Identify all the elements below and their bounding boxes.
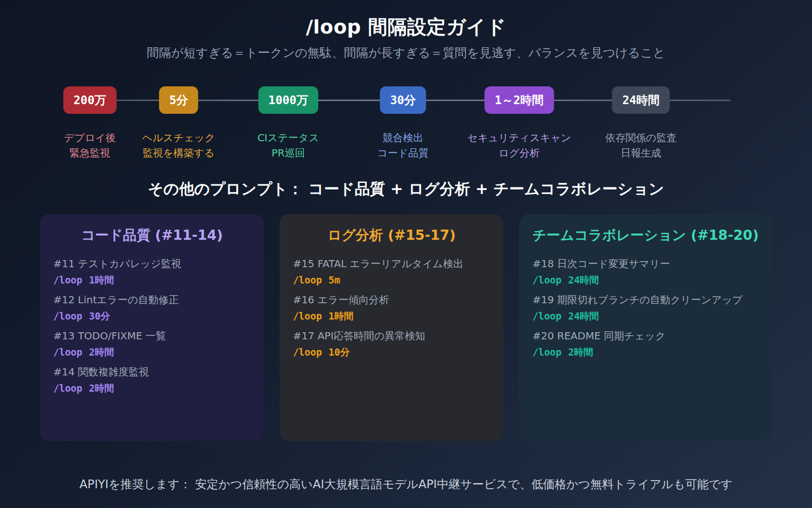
loop-setting: /loop2時間: [53, 346, 251, 358]
interval-timeline: 200万 デプロイ後 緊急監視 5分 ヘルスチェック 監視を構築する 1000万…: [0, 86, 812, 163]
interval-badge: 200万: [63, 86, 117, 114]
section-title: その他のプロンプト： コード品質 + ログ分析 + チームコラボレーション: [0, 179, 812, 199]
prompt-item: #11 テストカバレッジ監視 /loop1時間: [53, 257, 251, 286]
stop-label-line1: デプロイ後: [63, 130, 117, 145]
stop-label-line1: 依存関係の監査: [605, 130, 676, 145]
prompt-item: #18 日次コード変更サマリー /loop24時間: [532, 257, 759, 286]
loop-setting: /loop30分: [53, 310, 251, 322]
card-log-analysis: ログ分析 (#15-17) #15 FATAL エラーリアルタイム検出 /loo…: [280, 214, 503, 441]
loop-command: /loop: [293, 346, 322, 358]
timeline-stop-conflict: 30分 競合検出 コード品質: [378, 86, 429, 161]
stop-label-line1: ヘルスチェック: [142, 130, 215, 145]
timeline-stop-security: 1～2時間 セキュリティスキャン ログ分析: [467, 86, 571, 161]
loop-interval: 1時間: [89, 274, 114, 285]
card-title: チームコラボレーション (#18-20): [532, 227, 759, 244]
stop-labels: デプロイ後 緊急監視: [63, 130, 117, 161]
loop-command: /loop: [53, 383, 82, 394]
prompt-name: #14 関数複雑度監視: [53, 365, 251, 378]
stop-label-line2: PR巡回: [257, 145, 319, 161]
prompt-name: #17 API応答時間の異常検知: [293, 329, 490, 342]
interval-badge: 5分: [159, 86, 198, 114]
stop-label-line2: 監視を構築する: [142, 145, 215, 161]
prompt-item: #16 エラー傾向分析 /loop1時間: [293, 293, 490, 322]
prompt-item: #15 FATAL エラーリアルタイム検出 /loop5m: [293, 257, 490, 286]
loop-command: /loop: [532, 274, 561, 285]
prompt-item: #14 関数複雑度監視 /loop2時間: [53, 365, 251, 394]
loop-interval: 30分: [89, 310, 110, 322]
interval-badge: 30分: [380, 86, 426, 114]
stop-label-line2: 緊急監視: [63, 145, 117, 161]
loop-interval: 2時間: [568, 346, 593, 358]
prompt-item: #12 Lintエラーの自動修正 /loop30分: [53, 293, 251, 322]
loop-command: /loop: [53, 346, 82, 358]
prompt-item: #13 TODO/FIXME 一覧 /loop2時間: [53, 329, 251, 358]
stop-label-line1: 競合検出: [378, 130, 429, 145]
prompt-name: #15 FATAL エラーリアルタイム検出: [293, 257, 490, 270]
stop-label-line1: CIステータス: [257, 130, 319, 145]
prompt-name: #16 エラー傾向分析: [293, 293, 490, 306]
footer-note: APIYIを推奨します： 安定かつ信頼性の高いAI大規模言語モデルAPI中継サー…: [0, 477, 812, 492]
loop-setting: /loop1時間: [53, 274, 251, 286]
interval-badge: 1～2時間: [485, 86, 554, 114]
prompt-name: #19 期限切れブランチの自動クリーンアップ: [532, 293, 759, 306]
loop-interval-guide: /loop 間隔設定ガイド 間隔が短すぎる＝トークンの無駄、間隔が長すぎる＝質問…: [0, 0, 812, 508]
loop-command: /loop: [532, 310, 561, 322]
loop-setting: /loop10分: [293, 346, 490, 358]
page-title: /loop 間隔設定ガイド: [0, 15, 812, 39]
loop-setting: /loop5m: [293, 274, 490, 286]
interval-badge: 24時間: [612, 86, 670, 114]
loop-command: /loop: [293, 310, 322, 322]
timeline-stop-ci-status: 1000万 CIステータス PR巡回: [257, 86, 319, 161]
stop-label-line1: セキュリティスキャン: [467, 130, 571, 145]
loop-command: /loop: [53, 310, 82, 322]
loop-command: /loop: [293, 274, 322, 285]
timeline-stop-healthcheck: 5分 ヘルスチェック 監視を構築する: [142, 86, 215, 161]
loop-setting: /loop24時間: [532, 310, 759, 322]
timeline-stop-deploy: 200万 デプロイ後 緊急監視: [63, 86, 117, 161]
stop-label-line2: ログ分析: [467, 145, 571, 161]
stop-labels: CIステータス PR巡回: [257, 130, 319, 161]
loop-interval: 2時間: [89, 383, 114, 394]
stop-labels: セキュリティスキャン ログ分析: [467, 130, 571, 161]
prompt-name: #12 Lintエラーの自動修正: [53, 293, 251, 306]
stop-labels: 依存関係の監査 日報生成: [605, 130, 676, 161]
stop-labels: 競合検出 コード品質: [378, 130, 429, 161]
loop-interval: 10分: [328, 346, 350, 358]
loop-setting: /loop24時間: [532, 274, 759, 286]
loop-interval: 2時間: [89, 346, 114, 358]
prompt-item: #17 API応答時間の異常検知 /loop10分: [293, 329, 490, 358]
stop-label-line2: 日報生成: [605, 145, 676, 161]
loop-setting: /loop2時間: [532, 346, 759, 358]
prompt-name: #20 README 同期チェック: [532, 329, 759, 342]
card-title: コード品質 (#11-14): [53, 227, 251, 244]
prompt-cards: コード品質 (#11-14) #11 テストカバレッジ監視 /loop1時間 #…: [40, 214, 772, 441]
loop-interval: 5m: [328, 274, 340, 285]
timeline-stop-daily: 24時間 依存関係の監査 日報生成: [605, 86, 676, 161]
loop-interval: 24時間: [568, 310, 599, 322]
loop-setting: /loop1時間: [293, 310, 490, 322]
stop-label-line2: コード品質: [378, 145, 429, 161]
card-code-quality: コード品質 (#11-14) #11 テストカバレッジ監視 /loop1時間 #…: [40, 214, 264, 441]
loop-interval: 24時間: [568, 274, 599, 285]
loop-command: /loop: [532, 346, 561, 358]
card-title: ログ分析 (#15-17): [293, 227, 490, 244]
loop-command: /loop: [53, 274, 82, 285]
loop-interval: 1時間: [328, 310, 353, 322]
prompt-item: #19 期限切れブランチの自動クリーンアップ /loop24時間: [532, 293, 759, 322]
interval-badge: 1000万: [258, 86, 318, 114]
prompt-name: #11 テストカバレッジ監視: [53, 257, 251, 270]
prompt-name: #13 TODO/FIXME 一覧: [53, 329, 251, 342]
prompt-name: #18 日次コード変更サマリー: [532, 257, 759, 270]
card-team-collaboration: チームコラボレーション (#18-20) #18 日次コード変更サマリー /lo…: [519, 214, 772, 441]
stop-labels: ヘルスチェック 監視を構築する: [142, 130, 215, 161]
prompt-item: #20 README 同期チェック /loop2時間: [532, 329, 759, 358]
loop-setting: /loop2時間: [53, 382, 251, 394]
page-subtitle: 間隔が短すぎる＝トークンの無駄、間隔が長すぎる＝質問を見逃す、バランスを見つける…: [0, 45, 812, 61]
